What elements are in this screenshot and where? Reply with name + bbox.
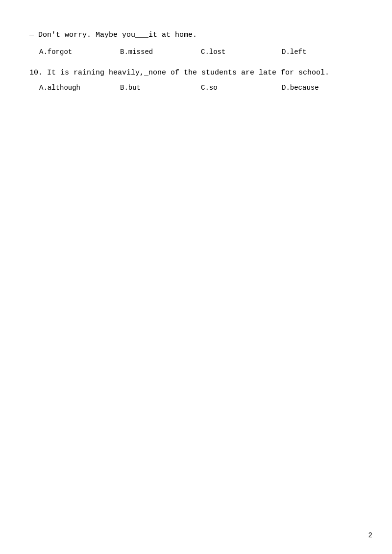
option-10b-label: B. xyxy=(120,84,128,92)
option-9d-value: left xyxy=(290,48,307,56)
question-10-number: 10. xyxy=(29,69,43,77)
question-9-options: A.forgot B.missed C.lost D.left xyxy=(39,46,363,58)
question-10-text: It is raining heavily,_none of the stude… xyxy=(47,69,329,77)
dialogue-text: — Don't worry. Maybe you___it at home. xyxy=(29,31,197,39)
question-10-options: A.although B.but C.so D.because xyxy=(39,82,363,94)
option-10c: C.so xyxy=(201,82,282,94)
option-9a-value: forgot xyxy=(48,48,72,56)
question-10-line: 10. It is raining heavily,_none of the s… xyxy=(29,67,363,79)
option-10a: A.although xyxy=(39,82,120,94)
option-9c-value: lost xyxy=(209,48,226,56)
option-10a-value: although xyxy=(48,84,80,92)
option-9a: A.forgot xyxy=(39,46,120,58)
option-9b: B.missed xyxy=(120,46,201,58)
option-9d-label: D. xyxy=(282,48,290,56)
option-9c-label: C. xyxy=(201,48,209,56)
page-number: 2 xyxy=(368,531,372,539)
option-10c-label: C. xyxy=(201,84,209,92)
option-10d-label: D. xyxy=(282,84,290,92)
option-9a-label: A. xyxy=(39,48,48,56)
question-10-block: 10. It is raining heavily,_none of the s… xyxy=(29,67,363,94)
option-9b-label: B. xyxy=(120,48,128,56)
option-10b: B.but xyxy=(120,82,201,94)
option-10a-label: A. xyxy=(39,84,48,92)
dialogue-line: — Don't worry. Maybe you___it at home. xyxy=(29,29,363,41)
option-9c: C.lost xyxy=(201,46,282,58)
option-10c-value: so xyxy=(209,84,218,92)
option-10d-value: because xyxy=(290,84,319,92)
option-9b-value: missed xyxy=(128,48,153,56)
question-9-block: — Don't worry. Maybe you___it at home. A… xyxy=(29,29,363,58)
option-10d: D.because xyxy=(282,82,363,94)
option-10b-value: but xyxy=(128,84,141,92)
page-content: — Don't worry. Maybe you___it at home. A… xyxy=(0,0,392,132)
option-9d: D.left xyxy=(282,46,363,58)
